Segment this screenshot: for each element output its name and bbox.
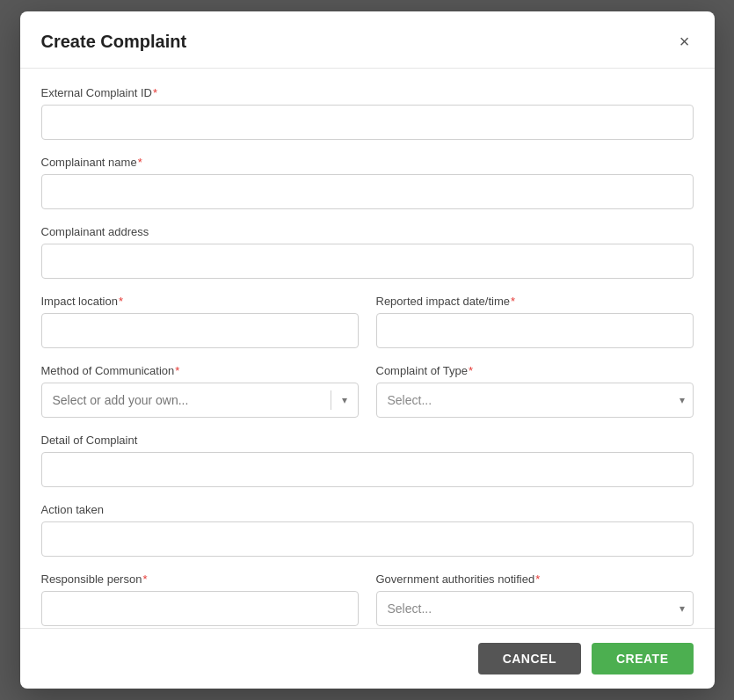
cancel-button[interactable]: CANCEL bbox=[478, 643, 581, 674]
modal-title: Create Complaint bbox=[41, 32, 187, 52]
responsible-person-label: Responsible person* bbox=[41, 572, 359, 586]
action-taken-input[interactable] bbox=[41, 521, 694, 557]
reported-datetime-group: Reported impact date/time* 17/06/2024 3:… bbox=[376, 295, 694, 348]
required-marker: * bbox=[511, 295, 515, 308]
impact-location-group: Impact location* bbox=[41, 295, 359, 348]
detail-of-complaint-input[interactable] bbox=[41, 452, 694, 487]
complainant-address-group: Complainant address bbox=[41, 225, 694, 279]
method-of-communication-select-wrapper[interactable]: ▾ bbox=[41, 383, 359, 418]
impact-location-label: Impact location* bbox=[41, 295, 359, 308]
government-authorities-select-wrapper: Select... ▾ bbox=[376, 591, 694, 626]
government-authorities-group: Government authorities notified* Select.… bbox=[376, 572, 694, 626]
responsible-person-input[interactable] bbox=[41, 591, 359, 626]
responsible-person-group: Responsible person* bbox=[41, 572, 359, 626]
required-marker: * bbox=[175, 364, 179, 377]
external-complaint-id-label: External Complaint ID* bbox=[41, 86, 694, 99]
detail-of-complaint-label: Detail of Complaint bbox=[41, 434, 694, 447]
communication-type-row: Method of Communication* ▾ Complaint of … bbox=[41, 364, 694, 418]
method-of-communication-label: Method of Communication* bbox=[41, 364, 359, 377]
impact-location-input[interactable] bbox=[41, 313, 359, 348]
external-complaint-id-input[interactable] bbox=[41, 105, 694, 140]
complaint-of-type-group: Complaint of Type* Select... ▾ bbox=[376, 364, 694, 418]
reported-datetime-label: Reported impact date/time* bbox=[376, 295, 694, 308]
government-authorities-select[interactable]: Select... bbox=[376, 591, 694, 626]
complainant-name-label: Complainant name* bbox=[41, 156, 694, 169]
government-authorities-label: Government authorities notified* bbox=[376, 572, 694, 586]
detail-of-complaint-group: Detail of Complaint bbox=[41, 434, 694, 487]
create-button[interactable]: CREATE bbox=[592, 643, 694, 674]
method-of-communication-group: Method of Communication* ▾ bbox=[41, 364, 359, 418]
required-marker: * bbox=[119, 295, 123, 308]
responsible-govt-row: Responsible person* Government authoriti… bbox=[41, 572, 694, 626]
complainant-address-label: Complainant address bbox=[41, 225, 694, 238]
required-marker: * bbox=[142, 572, 147, 586]
method-of-communication-dropdown-btn[interactable]: ▾ bbox=[331, 383, 358, 417]
required-marker: * bbox=[153, 86, 157, 99]
external-complaint-id-group: External Complaint ID* bbox=[41, 86, 694, 140]
modal-header: Create Complaint × bbox=[20, 11, 715, 69]
action-taken-group: Action taken bbox=[41, 503, 694, 557]
complaint-of-type-label: Complaint of Type* bbox=[376, 364, 694, 377]
create-complaint-modal: Create Complaint × External Complaint ID… bbox=[20, 11, 715, 689]
complainant-address-input[interactable] bbox=[41, 244, 694, 279]
complainant-name-input[interactable] bbox=[41, 174, 694, 209]
chevron-down-icon: ▾ bbox=[342, 394, 347, 406]
method-of-communication-input[interactable] bbox=[42, 383, 331, 417]
action-taken-label: Action taken bbox=[41, 503, 694, 516]
complaint-of-type-select-wrapper: Select... ▾ bbox=[376, 383, 694, 418]
reported-datetime-input[interactable]: 17/06/2024 3:49 PM bbox=[376, 313, 694, 348]
required-marker: * bbox=[535, 572, 540, 586]
complainant-name-group: Complainant name* bbox=[41, 156, 694, 209]
required-marker: * bbox=[138, 156, 142, 169]
location-datetime-row: Impact location* Reported impact date/ti… bbox=[41, 295, 694, 348]
close-icon: × bbox=[679, 33, 690, 50]
modal-overlay: Create Complaint × External Complaint ID… bbox=[0, 0, 734, 700]
complaint-of-type-select[interactable]: Select... bbox=[376, 383, 694, 418]
modal-footer: CANCEL CREATE bbox=[20, 628, 715, 689]
required-marker: * bbox=[469, 364, 473, 377]
modal-body: External Complaint ID* Complainant name*… bbox=[20, 69, 715, 628]
close-button[interactable]: × bbox=[676, 29, 694, 54]
